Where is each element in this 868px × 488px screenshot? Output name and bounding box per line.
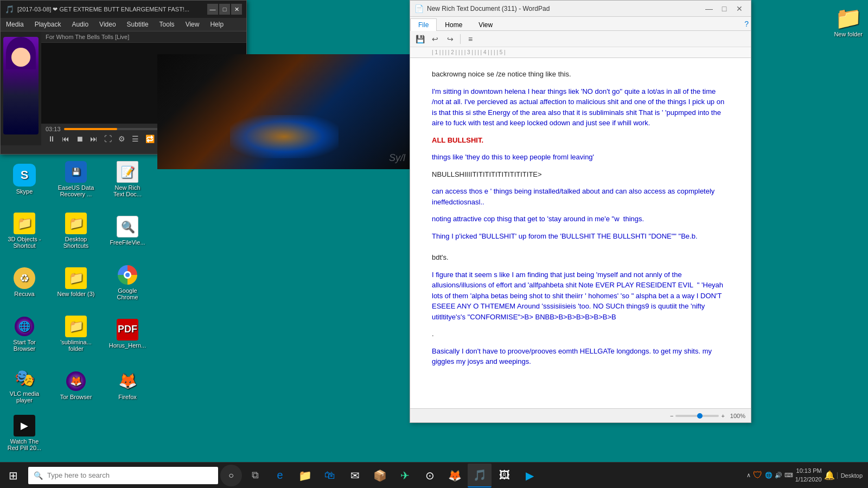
newrich-label: New Rich Text Doc... (108, 184, 146, 197)
horus-icon: PDF (117, 319, 138, 341)
taskbar-photos[interactable]: 🖼 (493, 464, 516, 487)
show-hidden-icons-button[interactable]: ∧ (746, 472, 751, 479)
keyboard-icon[interactable]: ⌨ (784, 472, 793, 479)
wordpad-minimize-button[interactable]: — (702, 2, 716, 16)
freefileview-label: FreeFileVie... (110, 239, 145, 246)
wordpad-tab-view[interactable]: View (470, 18, 501, 31)
desktop-icon-recuva[interactable]: ♻ Recuva (3, 258, 46, 306)
desktop-button[interactable]: Desktop (837, 472, 863, 479)
taskbar-time-display: 10:13 PM (795, 467, 822, 475)
zoom-minus[interactable]: − (670, 413, 673, 419)
wordpad-title-left: 📄 New Rich Text Document (311) - WordPad (414, 4, 550, 13)
wordpad-content-area[interactable]: backrowng noice se /ze notice thing like… (410, 58, 751, 408)
vlc-minimize-button[interactable]: — (207, 4, 218, 15)
system-tray: ∧ 🛡 🌐 🔊 ⌨ 10:13 PM 1/12/2020 🔔 Desktop (741, 467, 868, 484)
desktop-icon-newrich[interactable]: 📝 New Rich Text Doc... (106, 155, 149, 203)
task-view-icon: ⧉ (252, 470, 259, 481)
desktop-icon-skype[interactable]: S Skype (3, 155, 46, 203)
taskbar-amazon[interactable]: 📦 (368, 464, 392, 487)
cortana-button[interactable]: ○ (220, 465, 242, 486)
shortcuts-icon: 📁 (65, 213, 87, 234)
wordpad-help-button[interactable]: ? (742, 17, 751, 30)
search-icon: 🔍 (34, 471, 43, 480)
taskbar-mediaplayer[interactable]: ▶ (518, 464, 541, 487)
taskbar-fileexplorer[interactable]: 📁 (293, 464, 317, 487)
newfolder3-label: New folder (3) (57, 291, 94, 297)
start-tor-icon: 🌐 (14, 316, 35, 337)
taskbar-mail[interactable]: ✉ (343, 464, 367, 487)
vlc-maximize-button[interactable]: □ (219, 4, 230, 15)
taskbar-firefox[interactable]: 🦊 (443, 464, 467, 487)
wordpad-tab-file[interactable]: File (410, 18, 437, 31)
start-button[interactable]: ⊞ (0, 463, 26, 489)
desktop-icon-start-tor[interactable]: 🌐 Start Tor Browser (3, 309, 46, 358)
toolbar-redo-button[interactable]: ↪ (444, 33, 457, 46)
vlc-menu-view[interactable]: View (180, 19, 205, 30)
wordpad-titlebar: 📄 New Rich Text Document (311) - WordPad… (410, 1, 751, 17)
vlc-menu-help[interactable]: Help (205, 19, 229, 30)
wordpad-icon: 📄 (414, 4, 424, 13)
vlc-close-button[interactable]: ✕ (231, 4, 242, 15)
taskbar-tripadvisor[interactable]: ✈ (393, 464, 417, 487)
recuva-label: Recuva (14, 291, 34, 297)
desktop-icon-firefox[interactable]: 🦊 Firefox (106, 361, 149, 409)
desktop-icon-watchpill[interactable]: ▶ Watch The Red Pill 20... (3, 412, 46, 454)
desktop-icon-torbrowser[interactable]: 🦊 Tor Browser (54, 361, 98, 409)
search-input[interactable] (47, 471, 213, 479)
vlc-playlist-window[interactable]: Sy/l (157, 54, 411, 169)
toolbar-separator-1 (460, 34, 461, 44)
notification-icon[interactable]: 🔔 (824, 470, 835, 480)
taskbar-edge[interactable]: e (268, 464, 292, 487)
desktop-icon-freefileview[interactable]: 🔍 FreeFileVie... (106, 206, 149, 255)
zoom-slider[interactable] (675, 415, 719, 417)
taskbar-store[interactable]: 🛍 (318, 464, 342, 487)
shortcuts-label: Desktop Shortcuts (57, 236, 95, 249)
concert-thumbnail-area: Sy/l (157, 54, 411, 169)
antivirus-icon[interactable]: 🛡 (753, 470, 763, 481)
newfolder3-icon: 📁 (65, 267, 87, 289)
vlc-icon-desktop: 🎭 (14, 367, 35, 389)
toolbar-save-button[interactable]: 💾 (413, 33, 426, 46)
wordpad-toolbar: 💾 ↩ ↪ ≡ (410, 31, 751, 47)
vlc-menu-tools[interactable]: Tools (154, 19, 180, 30)
taskbar-app7[interactable]: ⊙ (418, 464, 442, 487)
desktop-icon-newfolder3[interactable]: 📁 New folder (3) (54, 258, 98, 306)
content-line-11: . (432, 329, 729, 339)
wordpad-maximize-button[interactable]: □ (717, 2, 731, 16)
wordpad-window-controls: — □ ✕ (702, 2, 746, 16)
zoom-control: − + 100% (670, 413, 745, 419)
search-box[interactable]: 🔍 (28, 467, 218, 484)
toolbar-extra-button[interactable]: ≡ (464, 33, 477, 46)
desktop-icon-shortcuts[interactable]: 📁 Desktop Shortcuts (54, 206, 98, 255)
taskbar-clock[interactable]: 10:13 PM 1/12/2020 (795, 467, 822, 484)
photos-icon: 🖼 (499, 469, 510, 481)
desktop-icon-sublimina[interactable]: 📁 'sublimina... folder (54, 309, 98, 358)
new-folder-label: New folder (834, 31, 863, 37)
task-view-button[interactable]: ⧉ (244, 465, 266, 486)
skype-label: Skype (16, 188, 33, 195)
taskbar: ⊞ 🔍 ○ ⧉ e 📁 🛍 ✉ (0, 462, 868, 488)
desktop-icon-vlc[interactable]: 🎭 VLC media player (3, 361, 46, 409)
taskbar-vlc[interactable]: 🎵 (468, 464, 492, 487)
content-line-6: can access thos e ' things being install… (432, 186, 729, 207)
desktop-icon-chrome[interactable]: Google Chrome (106, 258, 149, 306)
desktop-folder-new[interactable]: 📁 New folder (834, 5, 863, 37)
wordpad-close-button[interactable]: ✕ (732, 2, 746, 16)
toolbar-undo-button[interactable]: ↩ (429, 33, 442, 46)
recuva-icon: ♻ (14, 267, 35, 289)
desktop-icon-horus[interactable]: PDF Horus_Hern... (106, 309, 149, 358)
network-icon[interactable]: 🌐 (765, 472, 773, 479)
desktop-icon-3dobjects[interactable]: 📁 3D Objects - Shortcut (3, 206, 46, 255)
desktop-icons-area: S Skype 💾 EaseUS Data Recovery ... 📝 New… (0, 0, 157, 423)
edge-icon: e (277, 469, 283, 481)
firefox-icon: 🦊 (117, 370, 138, 392)
zoom-plus[interactable]: + (721, 413, 724, 419)
chrome-label: Google Chrome (108, 287, 146, 300)
new-folder-icon: 📁 (835, 5, 862, 31)
wordpad-tab-home[interactable]: Home (437, 18, 470, 31)
wordpad-window: 📄 New Rich Text Document (311) - WordPad… (410, 0, 751, 423)
sublimina-icon: 📁 (65, 316, 87, 337)
volume-icon[interactable]: 🔊 (775, 472, 782, 479)
watchpill-icon: ▶ (14, 415, 35, 436)
desktop-icon-easeus[interactable]: 💾 EaseUS Data Recovery ... (54, 155, 98, 203)
